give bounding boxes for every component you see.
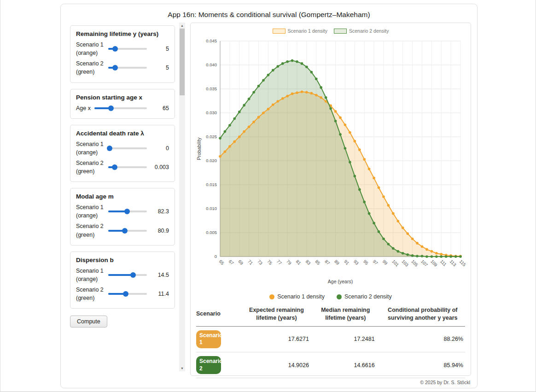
slider-thumb[interactable] <box>112 46 118 52</box>
legend-item[interactable]: Scenario 2 density <box>337 293 392 300</box>
copyright: © 2025 by Dr. S. Stöckl <box>190 380 471 385</box>
slider-label: Scenario 2 (green) <box>76 222 105 239</box>
slider-thumb[interactable] <box>112 65 118 70</box>
table-row: Scenario 117.627117.248188.26% <box>196 327 465 352</box>
control-card: Remaining lifetime y (years)Scenario 1 (… <box>70 25 175 83</box>
slider[interactable] <box>108 291 147 297</box>
app-content: Remaining lifetime y (years)Scenario 1 (… <box>61 23 477 385</box>
slider[interactable] <box>108 272 147 278</box>
svg-text:0.005: 0.005 <box>206 230 217 235</box>
scenario-badge: Scenario 2 <box>196 356 221 374</box>
slider-row: Scenario 2 (green)5 <box>76 59 169 76</box>
table-header: Scenario <box>196 310 239 318</box>
legend-item[interactable]: Scenario 2 density <box>334 28 389 34</box>
control-card: Accidental death rate λScenario 1 (orang… <box>70 125 175 182</box>
svg-text:89: 89 <box>333 259 340 266</box>
table-header-row: ScenarioExpected remaining lifetime (yea… <box>196 304 465 327</box>
scrollbar-track[interactable] <box>179 29 185 365</box>
scroll-down-icon[interactable]: ▼ <box>179 365 185 371</box>
slider-value: 82.3 <box>151 208 169 215</box>
table-cell: 88.26% <box>380 336 465 342</box>
legend-label: Scenario 1 density <box>277 293 325 300</box>
slider-label: Scenario 2 (green) <box>76 286 105 302</box>
svg-text:93: 93 <box>353 259 360 266</box>
density-chart: 00.0050.0100.0150.0200.0250.0300.0350.04… <box>194 35 467 287</box>
slider-value: 5 <box>151 46 169 52</box>
legend-item[interactable]: Scenario 1 density <box>273 28 327 34</box>
svg-text:73: 73 <box>256 259 263 266</box>
svg-text:115: 115 <box>459 259 467 267</box>
chart-card: Scenario 1 densityScenario 2 density 00.… <box>190 23 471 376</box>
slider-row: Scenario 1 (orange)0 <box>76 140 169 157</box>
browser-viewport: App 16n: Moments & conditional survival … <box>0 0 536 392</box>
slider-thumb[interactable] <box>124 209 130 214</box>
svg-text:81: 81 <box>295 259 302 266</box>
svg-text:105: 105 <box>410 259 419 268</box>
slider[interactable] <box>108 208 147 215</box>
scenario-badge: Scenario 1 <box>196 330 221 348</box>
svg-text:79: 79 <box>285 259 292 266</box>
control-card: Dispersion bScenario 1 (orange)14.5Scena… <box>70 252 175 309</box>
slider-value: 5 <box>151 64 169 71</box>
svg-text:87: 87 <box>324 259 331 266</box>
table-cell: Scenario 1 <box>196 330 239 348</box>
table-row: Scenario 214.902614.661685.94% <box>196 352 465 378</box>
slider-value: 0.003 <box>151 164 169 170</box>
slider[interactable] <box>94 105 147 111</box>
slider-fill <box>108 274 133 276</box>
main-panel: Scenario 1 densityScenario 2 density 00.… <box>190 23 471 385</box>
svg-text:67: 67 <box>227 259 234 266</box>
svg-text:103: 103 <box>401 259 409 268</box>
table-cell: 85.94% <box>380 362 465 369</box>
card-title: Accidental death rate λ <box>76 130 169 137</box>
slider[interactable] <box>108 46 147 52</box>
slider-label: Scenario 2 (green) <box>76 59 105 76</box>
slider[interactable] <box>108 164 147 170</box>
svg-text:0.035: 0.035 <box>206 86 217 91</box>
svg-text:97: 97 <box>372 259 379 266</box>
svg-text:107: 107 <box>420 259 429 268</box>
slider[interactable] <box>108 64 147 71</box>
results-table: ScenarioExpected remaining lifetime (yea… <box>196 304 465 378</box>
card-title: Dispersion b <box>76 257 169 263</box>
scroll-up-icon[interactable]: ▲ <box>179 23 185 29</box>
table-cell: 14.6616 <box>315 362 377 369</box>
legend-dot-icon <box>337 294 342 299</box>
compute-button[interactable]: Compute <box>70 316 107 328</box>
slider-value: 0 <box>151 145 169 152</box>
slider-row: Age x65 <box>76 104 169 112</box>
slider-track[interactable] <box>108 147 147 149</box>
slider-thumb[interactable] <box>123 291 128 297</box>
svg-text:0.045: 0.045 <box>206 38 217 43</box>
control-card: Modal age mScenario 1 (orange)82.3Scenar… <box>70 188 175 246</box>
table-header: Conditional probability of surviving ano… <box>380 306 465 322</box>
slider-thumb[interactable] <box>108 105 114 111</box>
svg-text:0: 0 <box>215 254 217 259</box>
legend-item[interactable]: Scenario 1 density <box>269 293 325 300</box>
slider-thumb[interactable] <box>122 228 128 234</box>
svg-text:0.020: 0.020 <box>206 158 217 163</box>
svg-text:77: 77 <box>276 259 283 266</box>
svg-text:0.010: 0.010 <box>206 206 217 211</box>
svg-text:71: 71 <box>247 259 254 266</box>
slider-thumb[interactable] <box>130 272 136 278</box>
slider-label: Scenario 1 (orange) <box>76 203 105 220</box>
svg-text:0.015: 0.015 <box>206 182 217 187</box>
slider-thumb[interactable] <box>107 146 112 151</box>
slider-label: Scenario 1 (orange) <box>76 41 105 57</box>
card-title: Pension starting age x <box>76 94 169 101</box>
slider-row: Scenario 1 (orange)14.5 <box>76 267 169 283</box>
slider-thumb[interactable] <box>112 164 117 170</box>
page-title: App 16n: Moments & conditional survival … <box>61 4 477 19</box>
slider[interactable] <box>108 228 147 234</box>
control-card: Pension starting age xAge x65 <box>70 89 175 119</box>
scrollbar-thumb[interactable] <box>180 29 185 95</box>
density-chart-container: 00.0050.0100.0150.0200.0250.0300.0350.04… <box>194 35 467 289</box>
svg-text:0.025: 0.025 <box>206 134 217 139</box>
slider[interactable] <box>108 145 147 152</box>
slider-label: Scenario 1 (orange) <box>76 140 105 157</box>
slider-label: Age x <box>76 104 91 112</box>
slider-row: Scenario 1 (orange)5 <box>76 41 169 57</box>
svg-text:109: 109 <box>430 259 438 268</box>
sidebar-scrollbar[interactable]: ▲ ▼ <box>179 23 185 371</box>
